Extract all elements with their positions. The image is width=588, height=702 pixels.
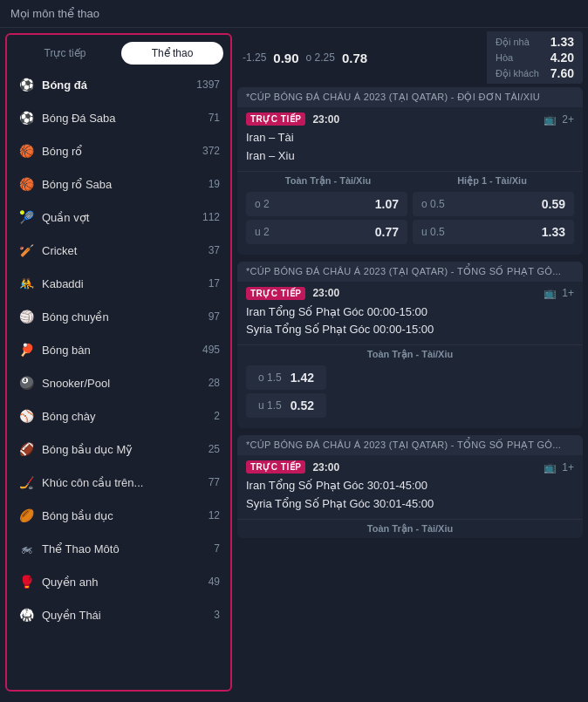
odds-cell-right[interactable]: u 0.5 1.33 <box>413 220 574 244</box>
hoa-label: Hòa <box>496 52 513 63</box>
sidebar-count-quan-vot: 112 <box>202 211 220 223</box>
sidebar-count-the-thao-moto: 7 <box>214 542 220 555</box>
match-icons: 📺 2+ <box>544 113 574 126</box>
doi-nha-val: 1.33 <box>550 35 574 49</box>
col1-header: Toàn Trận - Tài/Xiu <box>246 349 574 360</box>
sidebar-count-snooker: 28 <box>209 377 220 389</box>
sport-icon-quyen-anh: 🥊 <box>17 573 35 590</box>
sidebar-item-the-thao-moto[interactable]: 🏍 Thể Thao Môtô 7 <box>7 532 230 565</box>
hoa-val: 4.20 <box>550 51 574 65</box>
team1: Iran Tổng Số Phạt Góc 00:00-15:00 <box>246 303 574 322</box>
sidebar-count-cricket: 37 <box>209 244 220 256</box>
sidebar-item-khuc-con-cau[interactable]: 🏒 Khúc côn cầu trên... 77 <box>7 466 230 499</box>
match-icons: 📺 1+ <box>544 461 574 474</box>
odds-label-right: u 0.5 <box>421 226 445 238</box>
odds-val-right: 1.33 <box>542 225 565 239</box>
doi-khach-label: Đội khách <box>496 68 539 79</box>
match-tournament: *CÚP BÓNG ĐÁ CHÂU Á 2023 (TẠI QATAR) - T… <box>237 262 583 282</box>
odds-rows: o 2 1.07 o 0.5 0.59 u 2 0.77 u 0.5 1.33 <box>237 190 583 255</box>
odds-label-right: o 0.5 <box>421 198 445 210</box>
sidebar-item-bong-bau-duc-my[interactable]: 🏈 Bóng bầu dục Mỹ 25 <box>7 433 230 466</box>
sidebar-count-bong-ban: 495 <box>202 344 220 356</box>
team2: Syria Tổng Số Phạt Góc 30:01-45:00 <box>246 495 574 514</box>
sidebar-item-bong-bau-duc[interactable]: 🏉 Bóng bầu dục 12 <box>7 499 230 532</box>
sidebar-item-bong-chay[interactable]: ⚾ Bóng chày 2 <box>7 399 230 433</box>
tab-the-thao[interactable]: Thể thao <box>121 42 223 65</box>
odds-val-single: 1.42 <box>291 371 314 385</box>
sidebar-count-bong-ro-saba: 19 <box>209 178 220 190</box>
sport-icon-bong-da: ⚽ <box>17 76 35 93</box>
sidebar-item-bong-chuyen[interactable]: 🏐 Bóng chuyền 97 <box>7 300 230 333</box>
match-teams: Iran Tổng Số Phạt Góc 00:00-15:00 Syria … <box>237 302 583 345</box>
odds-cell-left[interactable]: u 2 0.77 <box>246 220 407 244</box>
tab-truc-tiep[interactable]: Trực tiếp <box>14 42 116 65</box>
sidebar-item-quyen-thai[interactable]: 🥋 Quyền Thái 3 <box>7 598 230 631</box>
odds-val-left: 1.07 <box>375 197 399 211</box>
odds-neg-label: -1.25 <box>243 51 266 64</box>
sidebar-item-quyen-anh[interactable]: 🥊 Quyền anh 49 <box>7 565 230 598</box>
odds-label-single: o 1.5 <box>258 371 282 384</box>
extra-badge: 1+ <box>562 461 574 474</box>
sport-icon-quyen-thai: 🥋 <box>17 606 35 624</box>
doi-nha-row: Đội nhà 1.33 <box>496 35 574 49</box>
sidebar-item-quan-vot[interactable]: 🎾 Quần vợt 112 <box>7 201 230 234</box>
match-card-match3: *CÚP BÓNG ĐÁ CHÂU Á 2023 (TẠI QATAR) - T… <box>237 435 583 538</box>
match-time: 23:00 <box>312 113 339 126</box>
sidebar-label-kabaddi: Kabaddi <box>42 277 205 290</box>
sidebar-item-cricket[interactable]: 🏏 Cricket 37 <box>7 234 230 267</box>
sidebar-item-snooker[interactable]: 🎱 Snooker/Pool 28 <box>7 366 230 399</box>
odds-row-1: u 2 0.77 u 0.5 1.33 <box>246 220 574 244</box>
main-layout: Trực tiếp Thể thao ⚽ Bóng đá 1397 ⚽ Bóng… <box>0 28 588 697</box>
live-badge: TRỰC TIẾP <box>246 112 305 126</box>
sidebar-item-bong-da-saba[interactable]: ⚽ Bóng Đá Saba 71 <box>7 101 230 134</box>
sidebar-item-bong-ro-saba[interactable]: 🏀 Bóng rổ Saba 19 <box>7 167 230 201</box>
sidebar-count-bong-chay: 2 <box>214 410 220 422</box>
tv-icon: 📺 <box>544 113 557 126</box>
hoa-row: Hòa 4.20 <box>496 51 574 65</box>
odds-cell-right[interactable]: o 0.5 0.59 <box>413 192 574 216</box>
odds-cell-single[interactable]: o 1.5 1.42 <box>246 365 326 390</box>
odds-cell-single[interactable]: u 1.5 0.52 <box>246 393 326 418</box>
match-card-match2: *CÚP BÓNG ĐÁ CHÂU Á 2023 (TẠI QATAR) - T… <box>237 262 583 429</box>
match-tournament: *CÚP BÓNG ĐÁ CHÂU Á 2023 (TẠI QATAR) - Đ… <box>237 87 583 107</box>
sidebar-count-bong-bau-duc: 12 <box>209 509 220 521</box>
odds-cell-left[interactable]: o 2 1.07 <box>246 192 407 216</box>
tv-icon: 📺 <box>544 461 557 474</box>
sidebar-label-bong-chuyen: Bóng chuyền <box>42 310 205 324</box>
sidebar-label-bong-bau-duc-my: Bóng bầu dục Mỹ <box>42 443 205 456</box>
odds-table-header: Toàn Trận - Tài/Xiu <box>237 519 583 538</box>
doi-khach-row: Đội khách 7.60 <box>496 66 574 80</box>
header-title: Mọi môn thể thao <box>10 7 99 20</box>
sidebar-count-bong-da: 1397 <box>196 78 220 91</box>
live-badge: TRỰC TIẾP <box>246 287 305 300</box>
sidebar-label-bong-da: Bóng đá <box>42 78 193 92</box>
sidebar-item-bong-da[interactable]: ⚽ Bóng đá 1397 <box>7 68 230 101</box>
odds-row-1: u 1.5 0.52 <box>246 393 574 418</box>
col1-header: Toàn Trận - Tài/Xiu <box>246 523 574 535</box>
sidebar-label-khuc-con-cau: Khúc côn cầu trên... <box>42 476 205 489</box>
sport-icon-snooker: 🎱 <box>17 374 35 392</box>
sidebar-count-quyen-thai: 3 <box>214 609 220 621</box>
sidebar-item-bong-ban[interactable]: 🏓 Bóng bàn 495 <box>7 333 230 366</box>
odds-val1: 0.90 <box>273 51 298 65</box>
top-header: Mọi môn thể thao <box>0 0 588 28</box>
sidebar-count-bong-bau-duc-my: 25 <box>209 443 220 455</box>
sidebar-item-kabaddi[interactable]: 🤼 Kabaddi 17 <box>7 267 230 300</box>
right-content: -1.25 0.90 o 2.25 0.78 Đội nhà 1.33 Hòa … <box>232 28 588 697</box>
col1-header: Toàn Trận - Tài/Xiu <box>246 175 410 187</box>
sidebar-label-quan-vot: Quần vợt <box>42 211 199 224</box>
sidebar-label-the-thao-moto: Thể Thao Môtô <box>42 542 210 555</box>
sidebar-label-bong-ban: Bóng bàn <box>42 344 199 357</box>
match-card-match1: *CÚP BÓNG ĐÁ CHÂU Á 2023 (TẠI QATAR) - Đ… <box>237 87 583 255</box>
sidebar-item-bong-ro[interactable]: 🏀 Bóng rổ 372 <box>7 134 230 167</box>
sidebar-label-quyen-thai: Quyền Thái <box>42 609 210 622</box>
match-info: TRỰC TIẾP 23:00 📺 2+ <box>237 107 583 127</box>
match-icons: 📺 1+ <box>544 287 574 299</box>
sport-icon-bong-bau-duc: 🏉 <box>17 507 35 524</box>
match-info: TRỰC TIẾP 23:00 📺 1+ <box>237 455 583 475</box>
match-time: 23:00 <box>312 287 339 299</box>
extra-badge: 2+ <box>562 113 574 126</box>
sport-icon-bong-ban: 🏓 <box>17 341 35 358</box>
sidebar-label-quyen-anh: Quyền anh <box>42 576 205 589</box>
sidebar-count-kabaddi: 17 <box>209 277 220 290</box>
